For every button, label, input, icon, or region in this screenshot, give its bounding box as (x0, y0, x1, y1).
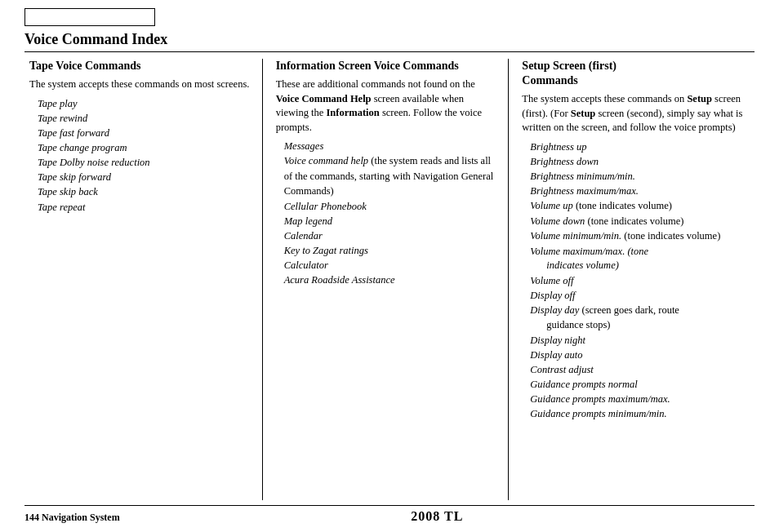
list-item: Display auto (530, 348, 743, 362)
col2-bold2: Information (326, 107, 379, 118)
list-item: Cellular Phonebook (284, 199, 497, 214)
list-item: Guidance prompts minimum/min. (530, 406, 743, 421)
title-divider (24, 51, 755, 52)
list-item: Volume minimum/min. (tone indicates volu… (530, 228, 743, 244)
list-item: Acura Roadside Assistance (284, 273, 497, 287)
col3-intro: The system accepts these commands on Set… (522, 92, 743, 135)
col1-cmd-list: Tape play Tape rewind Tape fast forward … (29, 96, 251, 215)
list-item: Brightness down (530, 154, 743, 169)
list-item: Tape rewind (38, 111, 251, 126)
list-item: Contrast adjust (530, 362, 743, 377)
col3-bold1: Setup (687, 93, 712, 104)
col1-intro: The system accepts these commands on mos… (29, 78, 251, 92)
col1: Tape Voice Commands The system accepts t… (24, 59, 262, 500)
list-item: Display night (530, 333, 743, 348)
list-item: Tape change program (38, 140, 251, 155)
list-item: Calendar (284, 228, 497, 243)
header-box (24, 8, 155, 26)
list-item: Key to Zagat ratings (284, 243, 497, 258)
list-item: Tape fast forward (38, 126, 251, 140)
col3-title: Setup Screen (first)Commands (522, 59, 743, 88)
footer: 144 Navigation System 2008 TL (24, 505, 755, 524)
col2-bold1: Voice Command Help (276, 93, 372, 104)
list-item: Calculator (284, 258, 497, 273)
header-area: Voice Command Index (24, 8, 755, 59)
list-item: Voice command help (the system reads and… (284, 153, 497, 199)
list-item: Brightness up (530, 140, 743, 154)
col2-cmd-list: Messages Voice command help (the system … (276, 139, 497, 287)
list-item: Guidance prompts maximum/max. (530, 392, 743, 406)
col2-intro: These are additional commands not found … (276, 78, 497, 135)
col2: Information Screen Voice Commands These … (262, 59, 509, 500)
list-item: Volume off (530, 273, 743, 288)
list-item: Tape repeat (38, 200, 251, 215)
list-item: Display off (530, 288, 743, 303)
list-item: Volume down (tone indicates volume) (530, 214, 743, 229)
list-item: Volume maximum/max. (tone indicates volu… (530, 244, 743, 273)
list-item: Display day (screen goes dark, routeguid… (530, 303, 743, 333)
col1-title: Tape Voice Commands (29, 59, 251, 73)
list-item: Tape skip back (38, 184, 251, 199)
list-item: Map legend (284, 214, 497, 228)
col3-bold2: Setup (571, 108, 596, 119)
col3: Setup Screen (first)Commands The system … (508, 59, 755, 500)
list-item: Tape play (38, 96, 251, 111)
list-item: Tape skip forward (38, 170, 251, 184)
list-item: Guidance prompts normal (530, 377, 743, 392)
page-title: Voice Command Index (24, 31, 755, 48)
list-item: Brightness maximum/max. (530, 184, 743, 198)
footer-left: 144 Navigation System (24, 512, 120, 524)
col3-cmd-list: Brightness up Brightness down Brightness… (522, 140, 743, 422)
list-item: Volume up (tone indicates volume) (530, 198, 743, 214)
footer-center: 2008 TL (411, 509, 463, 524)
list-item: Brightness minimum/min. (530, 169, 743, 184)
page-wrapper: Voice Command Index Tape Voice Commands … (0, 0, 779, 532)
columns: Tape Voice Commands The system accepts t… (24, 59, 755, 500)
col2-title: Information Screen Voice Commands (276, 59, 497, 73)
list-item: Tape Dolby noise reduction (38, 155, 251, 170)
list-item: Messages (284, 139, 497, 153)
